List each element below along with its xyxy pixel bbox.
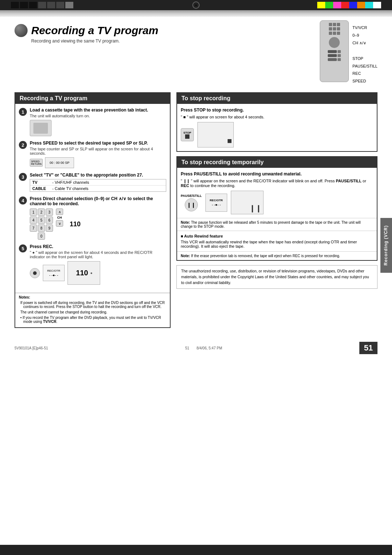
title-subtitle: Recording and viewing the same TV progra… <box>31 39 158 44</box>
remote-btn <box>337 27 340 31</box>
press-stop-title: Press STOP to stop recording. <box>181 108 373 113</box>
rec-otr-pause-label: REC/OTR <box>210 199 223 202</box>
channel-row-tv: TV - VHF/UHF channels <box>30 179 166 186</box>
remote-btn <box>329 32 332 35</box>
remote-diagram: TV/VCR 0–9 CH ∧/∨ STOP PAUSE/STILL REC S… <box>320 20 377 85</box>
step-2-title: Press SPEED to select the desired tape s… <box>30 141 166 146</box>
key-1: 1 <box>30 208 37 216</box>
remote-btn <box>337 32 340 35</box>
remote-row5 <box>328 54 341 57</box>
remote-label-pause: PAUSE/STILL <box>352 62 377 70</box>
copyright-box: The unauthorized recording, use, distrib… <box>176 265 377 289</box>
step-2-number: 2 <box>19 141 27 149</box>
remote-row4 <box>328 50 341 53</box>
remote-btn <box>333 32 336 35</box>
step-2: 2 Press SPEED to select the desired tape… <box>19 141 166 168</box>
color-orange <box>357 2 365 8</box>
channel-type-cable: CABLE <box>32 186 52 191</box>
note-text-2: If the erase prevention tab is removed, … <box>191 254 340 258</box>
gradient-bar <box>0 10 392 17</box>
remote-btn <box>338 58 341 61</box>
stop-header: To stop recording <box>177 93 377 104</box>
stop-screen: ■ <box>197 122 234 147</box>
channel-number-4: 110 <box>70 220 81 228</box>
step-2-desc: The tape counter and SP or SLP will appe… <box>30 147 166 155</box>
channel-num-display: 110 <box>74 267 89 279</box>
remote-btn <box>337 23 340 26</box>
color-yellow <box>317 2 325 8</box>
remote-btn-wide <box>328 50 337 53</box>
ch-label: CH <box>57 216 62 219</box>
rec-otr-blink-indicator: - -●- - <box>212 203 221 207</box>
stop-desc: " ■ " will appear on screen for about 4 … <box>181 115 373 119</box>
main-content: Recording a TV program Recording and vie… <box>0 17 392 335</box>
crosshair-icon: + <box>192 1 200 9</box>
copyright-text: The unauthorized recording, use, distrib… <box>181 269 369 285</box>
key-4: 4 <box>30 216 37 224</box>
remote-label-rec: REC <box>352 70 377 77</box>
step-5-illus: REC/OTR - -●- - 110 ● <box>30 261 166 285</box>
remote-row1 <box>329 23 340 26</box>
key-0: 0 <box>38 232 45 240</box>
top-decorative-bar: + <box>0 0 392 10</box>
ch-up-icon: ∧ <box>56 208 63 215</box>
key-9: 9 <box>46 224 53 232</box>
remote-btn <box>338 50 341 53</box>
notes-section: Notes: If power is switched off during r… <box>15 293 170 327</box>
stripe <box>38 2 46 8</box>
stripe <box>29 2 37 8</box>
pause-illustration: PAUSE/STILL ❙❙ REC/OTR - -●- - ❙❙ <box>181 191 373 214</box>
remote-btn <box>329 27 332 31</box>
note-1: If power is switched off during recordin… <box>19 301 166 309</box>
left-section-header: Recording a TV program <box>15 93 170 104</box>
remote-btn <box>329 23 332 26</box>
speed-button-icon: SPEEDRETURN <box>30 159 43 167</box>
pause-header: To stop recording temporarily <box>177 157 377 168</box>
key-5: 5 <box>38 216 45 224</box>
left-column: Recording a TV program 1 Load a cassette… <box>15 92 171 328</box>
stripe <box>47 2 55 8</box>
remote-row6 <box>328 58 341 61</box>
key-6: 6 <box>46 216 53 224</box>
remote-label-tv-vcr: TV/VCR <box>352 24 377 32</box>
footer-left: 5V90101A [E]p46-51 <box>15 346 48 350</box>
remote-label-speed: SPEED <box>352 77 377 85</box>
press-pause-title: Press PAUSE/STILL to avoid recording unw… <box>181 171 373 177</box>
rec-dot <box>33 271 37 275</box>
key-7: 7 <box>30 224 37 232</box>
footer: 5V90101A [E]p46-51 51 8/4/06, 5:47 PM 51 <box>0 338 392 358</box>
step-4: 4 Press Direct channel selection (0–9) o… <box>19 196 166 240</box>
bottom-decorative-bar <box>0 545 392 555</box>
remote-btn-wide <box>328 58 337 61</box>
note-label-2: Note: <box>181 254 190 258</box>
note-3: • If you record the TV program after the… <box>19 316 166 324</box>
remote-row2 <box>329 27 340 31</box>
step-2-illus: SPEEDRETURN 00 : 00 00 SP <box>30 157 166 168</box>
channel-table: TV - VHF/UHF channels CABLE - Cable TV c… <box>30 179 166 192</box>
main-title: Recording a TV program <box>31 24 158 37</box>
rec-otr-pause-display: REC/OTR - -●- - <box>205 194 227 212</box>
stop-label: STOP <box>183 131 191 134</box>
color-red <box>341 2 349 8</box>
rec-button-icon <box>30 268 40 278</box>
rec-indicator-dots: - -●- - <box>49 273 58 277</box>
step-1-number: 1 <box>19 108 27 116</box>
step-5: 5 Press REC. " ● " will appear on the sc… <box>19 244 166 285</box>
numpad-illus: 1 2 3 4 5 6 7 8 9 0 <box>30 208 166 240</box>
key-8: 8 <box>38 224 45 232</box>
step-3: 3 Select "TV" or "CABLE" to the appropri… <box>19 173 166 192</box>
title-icon <box>15 24 28 37</box>
remote-label-digits: 0–9 <box>352 32 377 39</box>
remote-btn-wide <box>328 54 337 57</box>
rec-otr-label: REC/OTR <box>47 269 60 272</box>
stop-square-icon <box>185 134 189 139</box>
step-3-content: Select "TV" or "CABLE" to the appropriat… <box>30 173 166 192</box>
step-3-number: 3 <box>19 173 27 181</box>
rec-screen: 110 ● <box>68 261 100 285</box>
stripe <box>20 2 28 8</box>
auto-rewind-text: This VCR will automatically rewind the t… <box>181 240 373 248</box>
remote-row3 <box>329 32 340 35</box>
note-label: Note: <box>181 220 190 224</box>
stripe <box>56 2 64 8</box>
step-4-title: Press Direct channel selection (0–9) or … <box>30 196 166 206</box>
